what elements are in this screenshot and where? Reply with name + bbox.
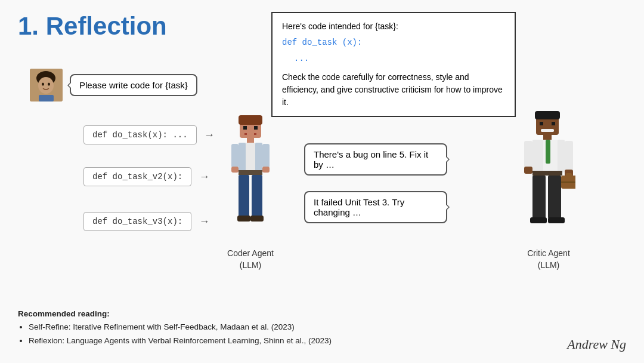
- critic-bubble-2-text: It failed Unit Test 3. Try changing …: [314, 197, 404, 217]
- critic-agent: Critic Agent(LLM): [519, 107, 578, 271]
- svg-point-3: [42, 83, 44, 86]
- reading-list: Self-Refine: Iterative Refinement with S…: [18, 321, 332, 348]
- svg-rect-22: [262, 144, 270, 168]
- code-text-v3: def do_task_v3(x):: [92, 217, 182, 226]
- coder-label-text: Coder Agent(LLM): [227, 248, 274, 270]
- svg-rect-34: [558, 140, 565, 173]
- reading-item-2: Reflexion: Language Agents with Verbal R…: [29, 334, 332, 348]
- code-box-v2: def do_task_v2(x): →: [83, 167, 191, 186]
- svg-rect-32: [546, 140, 550, 164]
- reading-item-1: Self-Refine: Iterative Refinement with S…: [29, 321, 332, 334]
- avatar: [30, 69, 63, 101]
- svg-rect-42: [565, 141, 573, 171]
- svg-rect-7: [239, 115, 262, 125]
- svg-rect-12: [247, 138, 254, 143]
- arrow-v3: →: [201, 216, 208, 227]
- svg-rect-39: [548, 217, 565, 223]
- svg-rect-27: [540, 122, 543, 125]
- svg-rect-26: [535, 111, 560, 119]
- svg-rect-21: [231, 144, 239, 168]
- user-row: Please write code for {task}: [30, 69, 197, 101]
- critic-code-line1: def do_task (x):: [282, 36, 505, 49]
- svg-rect-9: [254, 126, 258, 130]
- critic-label: Critic Agent(LLM): [519, 248, 578, 271]
- critic-bubble-2: It failed Unit Test 3. Try changing …: [304, 191, 447, 223]
- svg-rect-37: [548, 176, 561, 219]
- critic-intro: Here's code intended for {task}:: [282, 20, 505, 33]
- coder-agent: Coder Agent(LLM): [224, 110, 277, 271]
- critic-svg: [522, 107, 575, 242]
- code-box-v3: def do_task_v3(x): →: [83, 212, 191, 231]
- coder-label: Coder Agent(LLM): [224, 248, 277, 271]
- svg-rect-14: [239, 143, 246, 173]
- svg-rect-18: [252, 175, 262, 217]
- user-bubble-text: Please write code for {task}: [79, 80, 188, 90]
- critic-label-text: Critic Agent(LLM): [527, 248, 570, 270]
- svg-rect-15: [255, 143, 262, 173]
- author-name: Andrew Ng: [567, 337, 626, 352]
- svg-rect-36: [532, 176, 546, 219]
- svg-rect-30: [543, 135, 552, 140]
- svg-rect-35: [532, 171, 562, 176]
- coder-svg: [227, 110, 274, 242]
- svg-rect-46: [561, 182, 575, 183]
- svg-rect-5: [39, 95, 54, 101]
- critic-bubble-1: There's a bug on line 5. Fix it by …: [304, 143, 447, 176]
- code-text-v2: def do_task_v2(x):: [92, 172, 182, 182]
- svg-rect-23: [231, 167, 239, 173]
- svg-rect-28: [552, 122, 555, 125]
- svg-point-4: [48, 83, 50, 86]
- critic-instruction: Check the code carefully for correctness…: [282, 71, 505, 109]
- svg-rect-45: [566, 173, 572, 177]
- code-box-v1: def do_task(x): ... →: [83, 125, 197, 144]
- arrow-v2: →: [201, 171, 208, 183]
- svg-rect-8: [243, 126, 247, 130]
- slide: 1. Reflection Here's code intended for {…: [0, 0, 644, 363]
- svg-rect-10: [244, 133, 247, 135]
- svg-rect-41: [524, 167, 532, 174]
- critic-code-line2: ...: [294, 53, 505, 65]
- svg-rect-19: [237, 216, 250, 222]
- svg-rect-20: [250, 216, 264, 222]
- code-text-v1: def do_task(x): ...: [92, 130, 188, 140]
- svg-rect-24: [262, 167, 270, 173]
- user-speech-bubble: Please write code for {task}: [70, 74, 197, 96]
- reading-section: Recommended reading: Self-Refine: Iterat…: [18, 309, 332, 348]
- critic-prompt-box: Here's code intended for {task}: def do_…: [271, 12, 516, 117]
- svg-rect-40: [524, 141, 532, 168]
- svg-rect-29: [541, 129, 554, 132]
- avatar-svg: [30, 69, 63, 101]
- svg-rect-38: [530, 217, 547, 223]
- arrow-v1: →: [206, 129, 213, 141]
- svg-rect-16: [239, 170, 262, 175]
- reading-title: Recommended reading:: [18, 309, 332, 318]
- svg-point-2: [38, 77, 54, 94]
- critic-bubble-1-text: There's a bug on line 5. Fix it by …: [314, 149, 428, 170]
- svg-rect-33: [532, 140, 543, 173]
- svg-rect-11: [254, 133, 256, 135]
- svg-rect-17: [239, 175, 249, 217]
